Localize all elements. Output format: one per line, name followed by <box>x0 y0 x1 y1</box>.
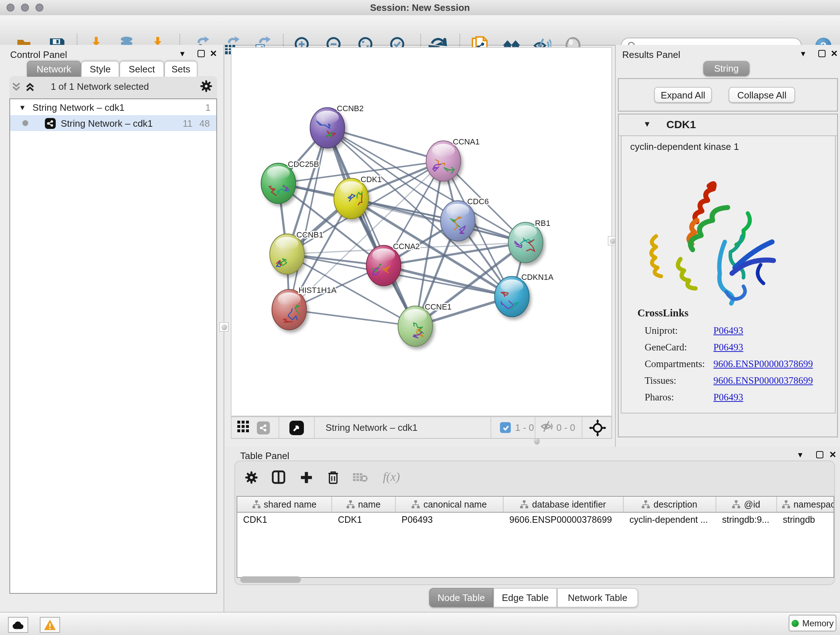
network-node-cdkn1a[interactable]: CDKN1A <box>494 272 554 317</box>
close-window-button[interactable] <box>6 4 14 11</box>
network-edge[interactable] <box>289 310 415 326</box>
plus-icon <box>299 470 313 484</box>
delete-column-button[interactable] <box>324 467 342 487</box>
crosslink-pharos-link[interactable]: P06493 <box>714 392 744 403</box>
close-panel-icon[interactable]: ✕ <box>831 49 838 58</box>
crosslink-compartments-link[interactable]: 9606.ENSP00000378699 <box>714 358 813 370</box>
show-columns-button[interactable] <box>269 467 288 487</box>
table-cell[interactable]: stringdb:9... <box>716 513 777 527</box>
table-cell[interactable]: cyclin-dependent ... <box>624 513 716 527</box>
tab-select[interactable]: Select <box>119 61 164 77</box>
network-status-dot <box>22 120 28 126</box>
node-gloss <box>276 237 298 250</box>
create-column-button[interactable] <box>297 467 316 487</box>
maximize-window-button[interactable] <box>35 4 43 11</box>
hidden-eye-icon <box>540 421 554 434</box>
column-header[interactable]: description <box>624 497 716 512</box>
horizontal-scrollbar-thumb[interactable] <box>240 576 301 583</box>
table-row[interactable]: CDK1CDK1P064939606.ENSP00000378699cyclin… <box>237 513 834 527</box>
network-node-ccnb2[interactable]: CCNB2 <box>310 104 363 148</box>
table-cell[interactable]: CDK1 <box>332 513 396 527</box>
tab-edge-table[interactable]: Edge Table <box>493 588 557 608</box>
crosslink-tissues-link[interactable]: 9606.ENSP00000378699 <box>714 375 813 386</box>
network-options-gear-icon[interactable] <box>200 80 213 96</box>
column-header[interactable]: database identifier <box>504 497 624 512</box>
network-edges <box>279 128 526 326</box>
table-settings-button[interactable] <box>242 467 261 487</box>
warning-icon <box>43 619 57 631</box>
tab-node-table[interactable]: Node Table <box>429 588 493 608</box>
column-header[interactable]: name <box>332 497 396 512</box>
results-buttons-box: Expand All Collapse All <box>618 78 838 111</box>
table-cell[interactable]: 9606.ENSP00000378699 <box>504 513 624 527</box>
float-panel-icon[interactable] <box>197 50 205 57</box>
network-node-ccne1[interactable]: CCNE1 <box>398 302 452 347</box>
expand-all-button[interactable]: Expand All <box>654 87 712 103</box>
panel-menu-icon[interactable]: ▾ <box>180 49 185 58</box>
birdseye-view-icon[interactable] <box>289 420 304 435</box>
window-title: Session: New Session <box>0 0 840 15</box>
node-gloss <box>278 293 301 306</box>
left-splitter-handle[interactable] <box>219 322 229 332</box>
collection-expand-icon[interactable]: ▼ <box>19 103 26 111</box>
network-view-share-icon[interactable] <box>257 421 270 434</box>
column-header[interactable]: @id <box>716 497 777 512</box>
network-edge[interactable] <box>289 128 327 310</box>
crosslink-genecard-link[interactable]: P06493 <box>714 342 744 353</box>
network-node-ccna2[interactable]: CCNA2 <box>366 242 420 286</box>
crosslink-uniprot-link[interactable]: P06493 <box>714 325 744 337</box>
network-node-cdc6[interactable]: CDC6 <box>441 197 489 241</box>
crosslink-label: Tissues: <box>645 375 676 386</box>
table-cell[interactable]: P06493 <box>396 513 504 527</box>
status-bar <box>0 612 840 635</box>
minimize-window-button[interactable] <box>21 4 29 11</box>
close-panel-icon[interactable]: ✕ <box>829 450 836 459</box>
section-collapse-icon[interactable]: ▼ <box>643 119 651 128</box>
table-cell[interactable]: CDK1 <box>237 513 332 527</box>
function-builder-button[interactable]: f(x) <box>379 467 404 487</box>
network-collection-row[interactable]: ▼ String Network – cdk1 1 <box>10 99 216 115</box>
panel-menu-icon[interactable]: ▾ <box>801 49 805 58</box>
memory-status-dot <box>791 619 799 627</box>
float-panel-icon[interactable] <box>818 50 826 57</box>
selected-counts: 1 - 0 <box>515 422 534 433</box>
network-node-hist1h1a[interactable]: HIST1H1A <box>272 286 337 330</box>
network-edge-count: 48 <box>199 118 210 128</box>
crosshair-icon[interactable] <box>589 419 606 439</box>
tab-sets[interactable]: Sets <box>164 61 197 77</box>
node-label: CCNB1 <box>296 230 323 239</box>
node-label: CDKN1A <box>521 272 554 282</box>
crosslink-label: GeneCard: <box>645 342 687 353</box>
column-header[interactable]: namespace <box>777 497 834 512</box>
tab-string[interactable]: String <box>703 61 750 76</box>
network-node-rb1[interactable]: RB1 <box>508 219 550 263</box>
table-header-row: shared namenamecanonical namedatabase id… <box>237 497 834 513</box>
columns-icon <box>271 470 286 485</box>
network-row[interactable]: String Network – cdk1 11 48 <box>10 115 216 131</box>
delete-table-button[interactable] <box>351 467 370 487</box>
column-header[interactable]: shared name <box>237 497 332 512</box>
node-gloss <box>514 225 537 239</box>
network-selection-status: 1 of 1 Network selected <box>9 81 190 92</box>
column-header[interactable]: canonical name <box>396 497 504 512</box>
collapse-all-button[interactable]: Collapse All <box>729 87 795 103</box>
table-cell[interactable]: stringdb <box>777 513 834 527</box>
tab-style[interactable]: Style <box>81 61 119 77</box>
cloud-status-button[interactable] <box>8 617 28 633</box>
panel-menu-icon[interactable]: ▾ <box>798 450 802 459</box>
protein-section-header[interactable]: ▼ CDK1 <box>619 114 837 136</box>
float-panel-icon[interactable] <box>816 451 823 458</box>
close-panel-icon[interactable]: ✕ <box>210 49 217 58</box>
tab-network-table[interactable]: Network Table <box>557 588 638 608</box>
warnings-button[interactable] <box>40 617 60 633</box>
memory-button[interactable]: Memory <box>789 615 836 631</box>
network-node-ccna1[interactable]: CCNA1 <box>426 137 480 181</box>
network-graph[interactable]: CCNB2CCNA1CDC25BCDK1CDC6RB1CCNB1CCNA2CDK… <box>232 48 611 416</box>
tab-network[interactable]: Network <box>27 61 81 77</box>
grid-view-icon[interactable] <box>237 421 249 434</box>
network-canvas[interactable]: CCNB2CCNA1CDC25BCDK1CDC6RB1CCNB1CCNA2CDK… <box>231 47 612 416</box>
network-edge[interactable] <box>327 128 415 326</box>
node-label: CDC6 <box>467 197 489 206</box>
selected-checkbox[interactable] <box>500 422 511 433</box>
node-label: RB1 <box>535 219 551 228</box>
